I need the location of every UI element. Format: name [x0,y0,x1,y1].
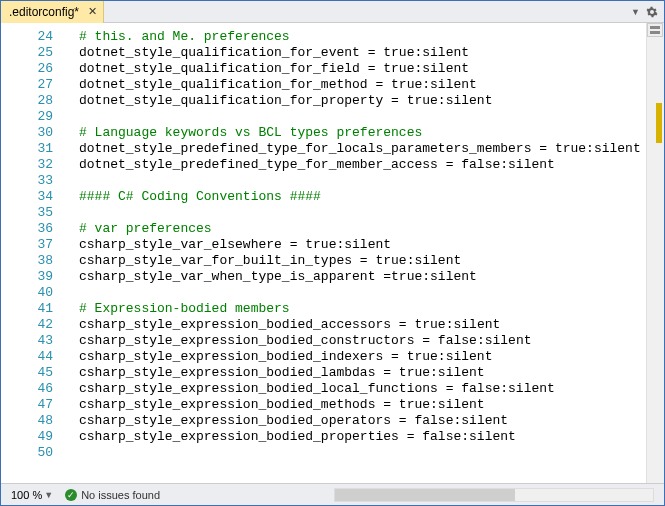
code-line: csharp_style_expression_bodied_local_fun… [79,381,646,397]
line-number: 42 [1,317,53,333]
chevron-down-icon[interactable]: ▼ [44,490,53,500]
svg-rect-0 [650,26,660,29]
line-number: 37 [1,237,53,253]
code-line: csharp_style_expression_bodied_methods =… [79,397,646,413]
tab-bar-tools: ▼ [631,6,664,18]
line-number: 40 [1,285,53,301]
line-number: 26 [1,61,53,77]
tab-label: .editorconfig* [9,5,79,19]
line-number: 41 [1,301,53,317]
line-number: 43 [1,333,53,349]
status-bar: 100 % ▼ ✓ No issues found [1,483,664,505]
line-number: 34 [1,189,53,205]
close-icon[interactable]: ✕ [85,5,99,19]
code-line: csharp_style_expression_bodied_accessors… [79,317,646,333]
code-line: csharp_style_expression_bodied_indexers … [79,349,646,365]
line-number: 48 [1,413,53,429]
line-number: 25 [1,45,53,61]
line-number: 27 [1,77,53,93]
line-number: 47 [1,397,53,413]
code-line: csharp_style_var_when_type_is_apparent =… [79,269,646,285]
gear-icon[interactable] [646,6,658,18]
code-line [79,285,646,301]
line-number: 35 [1,205,53,221]
line-number: 31 [1,141,53,157]
code-line [79,173,646,189]
line-number: 38 [1,253,53,269]
code-line: # this. and Me. preferences [79,29,646,45]
code-line: csharp_style_expression_bodied_operators… [79,413,646,429]
scroll-indicator [656,103,662,143]
issues-indicator[interactable]: ✓ No issues found [65,489,160,501]
line-number: 45 [1,365,53,381]
line-number: 36 [1,221,53,237]
code-line: csharp_style_var_elsewhere = true:silent [79,237,646,253]
code-line: dotnet_style_qualification_for_event = t… [79,45,646,61]
code-line: dotnet_style_predefined_type_for_locals_… [79,141,646,157]
code-line [79,205,646,221]
vertical-scrollbar[interactable] [646,23,664,483]
tab-bar: .editorconfig* ✕ ▼ [1,1,664,23]
code-line: dotnet_style_qualification_for_property … [79,93,646,109]
line-number: 50 [1,445,53,461]
line-number: 32 [1,157,53,173]
split-icon[interactable] [647,23,663,37]
file-tab[interactable]: .editorconfig* ✕ [1,1,104,23]
code-line: csharp_style_expression_bodied_construct… [79,333,646,349]
code-line: # Language keywords vs BCL types prefere… [79,125,646,141]
code-line: # Expression-bodied members [79,301,646,317]
horizontal-scrollbar[interactable] [334,488,654,502]
line-number: 29 [1,109,53,125]
zoom-level: 100 % [11,489,42,501]
scrollbar-thumb[interactable] [335,489,515,501]
check-icon: ✓ [65,489,77,501]
svg-rect-1 [650,31,660,34]
zoom-control[interactable]: 100 % ▼ [11,489,53,501]
issues-text: No issues found [81,489,160,501]
code-line: dotnet_style_qualification_for_field = t… [79,61,646,77]
line-gutter: 2425262728293031323334353637383940414243… [1,23,61,483]
code-line: csharp_style_expression_bodied_lambdas =… [79,365,646,381]
code-line: # var preferences [79,221,646,237]
code-line: dotnet_style_qualification_for_method = … [79,77,646,93]
code-area[interactable]: # this. and Me. preferencesdotnet_style_… [61,23,646,483]
line-number: 44 [1,349,53,365]
chevron-down-icon[interactable]: ▼ [631,7,640,17]
line-number: 49 [1,429,53,445]
code-line: csharp_style_var_for_built_in_types = tr… [79,253,646,269]
line-number: 39 [1,269,53,285]
line-number: 24 [1,29,53,45]
code-line: dotnet_style_predefined_type_for_member_… [79,157,646,173]
code-line [79,109,646,125]
code-editor[interactable]: 2425262728293031323334353637383940414243… [1,23,664,483]
code-line: csharp_style_expression_bodied_propertie… [79,429,646,445]
code-line [79,445,646,461]
line-number: 28 [1,93,53,109]
line-number: 30 [1,125,53,141]
line-number: 33 [1,173,53,189]
code-line: #### C# Coding Conventions #### [79,189,646,205]
line-number: 46 [1,381,53,397]
